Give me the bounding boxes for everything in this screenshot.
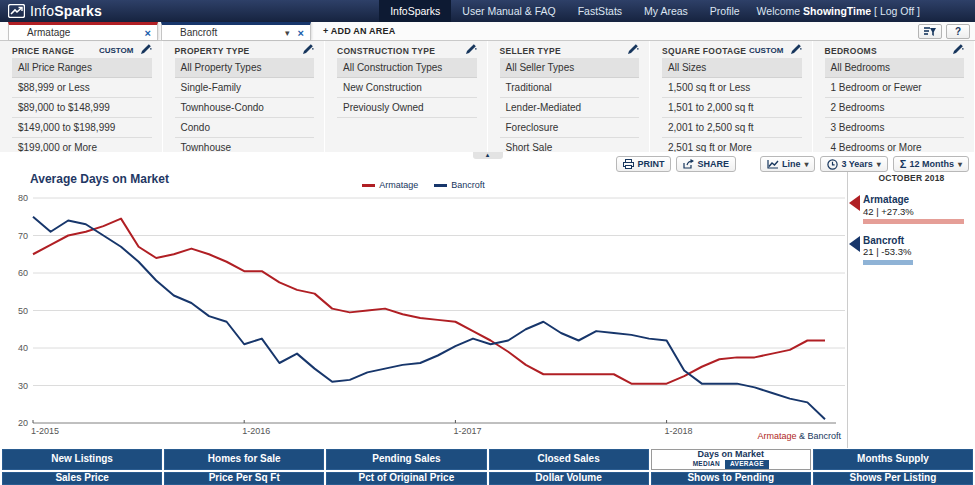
filter-option-all-property-types[interactable]: All Property Types [175, 58, 315, 78]
sigma-icon: Σ [900, 159, 907, 170]
chevron-down-icon[interactable]: ▾ [285, 28, 290, 38]
metric-tab-price-per-sq-ft[interactable]: Price Per Sq Ft [164, 472, 324, 485]
metric-tab-dollar-volume[interactable]: Dollar Volume [489, 472, 649, 485]
infosparks-app: InfoSparks InfoSparksUser Manual & FAQFa… [0, 0, 975, 485]
y-axis-tick-label: 80 [18, 193, 28, 203]
edit-filter-button[interactable] [464, 43, 477, 59]
time-span-dropdown[interactable]: 3 Years▾ [820, 156, 887, 172]
custom-range-link[interactable]: CUSTOM [749, 46, 784, 55]
filter-option-all-construction-types[interactable]: All Construction Types [337, 58, 477, 78]
filter-option-1-bedroom-or-fewer[interactable]: 1 Bedroom or Fewer [825, 78, 965, 98]
collapse-arrow-icon: ▴ [486, 151, 490, 158]
filter-option-all-bedrooms[interactable]: All Bedrooms [825, 58, 965, 78]
filter-option-2-bedrooms[interactable]: 2 Bedrooms [825, 98, 965, 118]
filter-option-3-bedrooms[interactable]: 3 Bedrooms [825, 118, 965, 138]
area-tab-bancroft[interactable]: Bancroft▾× [161, 22, 311, 40]
filter-option-townhouse-condo[interactable]: Townhouse-Condo [175, 98, 315, 118]
filter-option-2-001-to-2-500-sq-ft[interactable]: 2,001 to 2,500 sq ft [662, 118, 802, 138]
chart-type-dropdown[interactable]: Line▾ [760, 156, 816, 172]
add-area-button[interactable]: + ADD AN AREA [323, 26, 395, 36]
y-axis-tick-label: 50 [18, 306, 28, 316]
close-icon[interactable]: × [145, 27, 151, 39]
legend-item: Armatage [362, 180, 418, 190]
edit-filter-button[interactable] [301, 43, 314, 59]
filter-header: CONSTRUCTION TYPE [337, 43, 477, 58]
filter-panel-toggle-button[interactable] [918, 24, 942, 39]
filter-option-1-501-to-2-000-sq-ft[interactable]: 1,501 to 2,000 sq ft [662, 98, 802, 118]
chart-toolbar: PRINT SHARE Line▾ 3 Years▾ Σ 12 Months▾ [616, 156, 969, 172]
nav-menu: InfoSparksUser Manual & FAQFastStatsMy A… [379, 0, 750, 22]
summary-value: 42 | +27.3% [863, 206, 975, 217]
nav-item-infosparks[interactable]: InfoSparks [379, 0, 451, 22]
nav-item-user-manual-faq[interactable]: User Manual & FAQ [451, 0, 566, 22]
metric-tab-homes-for-sale[interactable]: Homes for Sale [164, 449, 324, 470]
metric-tab-shows-to-pending[interactable]: Shows to Pending [651, 472, 811, 485]
filter-option-149-000-to-198-999[interactable]: $149,000 to $198,999 [12, 118, 152, 138]
filter-option-2-501-sq-ft-or-more[interactable]: 2,501 sq ft or More [662, 138, 802, 152]
metric-tab-months-supply[interactable]: Months Supply [813, 449, 973, 470]
print-button[interactable]: PRINT [616, 156, 671, 172]
filter-option-single-family[interactable]: Single-Family [175, 78, 315, 98]
area-tab-label: Armatage [15, 27, 145, 38]
metric-tab-closed-sales[interactable]: Closed Sales [489, 449, 649, 470]
nav-item-faststats[interactable]: FastStats [567, 0, 633, 22]
metric-option-median[interactable]: MEDIAN [693, 461, 720, 468]
filter-option-traditional[interactable]: Traditional [500, 78, 640, 98]
y-axis-tick-label: 40 [18, 343, 28, 353]
filter-header: PROPERTY TYPE [175, 43, 315, 58]
filter-option-all-price-ranges[interactable]: All Price Ranges [12, 58, 152, 78]
filter-option-short-sale[interactable]: Short Sale [500, 138, 640, 152]
area-tab-armatage[interactable]: Armatage× [8, 22, 158, 40]
filter-option-all-seller-types[interactable]: All Seller Types [500, 58, 640, 78]
line-chart-icon [767, 159, 779, 169]
infosparks-logo[interactable]: InfoSparks [0, 3, 102, 19]
filter-option-previously-owned[interactable]: Previously Owned [337, 98, 477, 118]
summary-value: 21 | -53.3% [863, 246, 975, 257]
summary-area-name: Bancroft [863, 235, 975, 247]
nav-item-my-areas[interactable]: My Areas [633, 0, 699, 22]
edit-filter-button[interactable] [951, 43, 964, 59]
filter-option-all-sizes[interactable]: All Sizes [662, 58, 802, 78]
log-off-link[interactable]: [ Log Off ] [871, 5, 920, 17]
edit-filter-button[interactable] [139, 43, 152, 59]
metric-tab-sales-price[interactable]: Sales Price [2, 472, 162, 485]
line-chart: 807060504030201-20151-20161-20171-2018 [0, 190, 847, 440]
chart-legend: Armatage Bancroft [0, 180, 847, 190]
pencil-icon [301, 43, 314, 59]
share-button[interactable]: SHARE [676, 156, 736, 172]
custom-range-link[interactable]: CUSTOM [99, 46, 134, 55]
nav-item-profile[interactable]: Profile [699, 0, 751, 22]
metric-tab-pending-sales[interactable]: Pending Sales [326, 449, 486, 470]
metric-tab-pct-of-original-price[interactable]: Pct of Original Price [326, 472, 486, 485]
filter-option-89-000-to-148-999[interactable]: $89,000 to $148,999 [12, 98, 152, 118]
metric-calc-options: MEDIANAVERAGE [693, 460, 769, 469]
close-icon[interactable]: × [298, 27, 304, 39]
edit-filter-button[interactable] [789, 43, 802, 59]
filter-option-townhouse[interactable]: Townhouse [175, 138, 315, 152]
filter-option-foreclosure[interactable]: Foreclosure [500, 118, 640, 138]
metric-tab-row: New ListingsHomes for SalePending SalesC… [2, 449, 973, 470]
summary-entries: Armatage42 | +27.3%Bancroft21 | -53.3% [848, 194, 975, 265]
collapse-filters-handle[interactable]: ▴ [473, 152, 503, 159]
filter-option-new-construction[interactable]: New Construction [337, 78, 477, 98]
edit-filter-button[interactable] [626, 43, 639, 59]
filter-option-4-bedrooms-or-more[interactable]: 4 Bedrooms or More [825, 138, 965, 152]
metric-option-average[interactable]: AVERAGE [725, 460, 769, 469]
summary-bar [863, 219, 964, 224]
filter-option-condo[interactable]: Condo [175, 118, 315, 138]
calculation-dropdown[interactable]: Σ 12 Months▾ [893, 156, 969, 172]
y-axis-tick-label: 70 [18, 231, 28, 241]
help-button[interactable]: ? [946, 24, 970, 39]
filter-option-88-999-or-less[interactable]: $88,999 or Less [12, 78, 152, 98]
metric-tab-new-listings[interactable]: New Listings [2, 449, 162, 470]
filter-option-199-000-or-more[interactable]: $199,000 or More [12, 138, 152, 152]
metric-tab-shows-per-listing[interactable]: Shows Per Listing [813, 472, 973, 485]
metric-tab-days-on-market[interactable]: Days on MarketMEDIANAVERAGE [651, 449, 811, 470]
printer-icon [623, 159, 634, 169]
filter-option-lender-mediated[interactable]: Lender-Mediated [500, 98, 640, 118]
pencil-icon [139, 43, 152, 59]
chevron-down-icon: ▾ [877, 160, 881, 169]
filter-header: PRICE RANGECUSTOM [12, 43, 152, 58]
filter-option-1-500-sq-ft-or-less[interactable]: 1,500 sq ft or Less [662, 78, 802, 98]
y-axis-tick-label: 20 [18, 418, 28, 428]
